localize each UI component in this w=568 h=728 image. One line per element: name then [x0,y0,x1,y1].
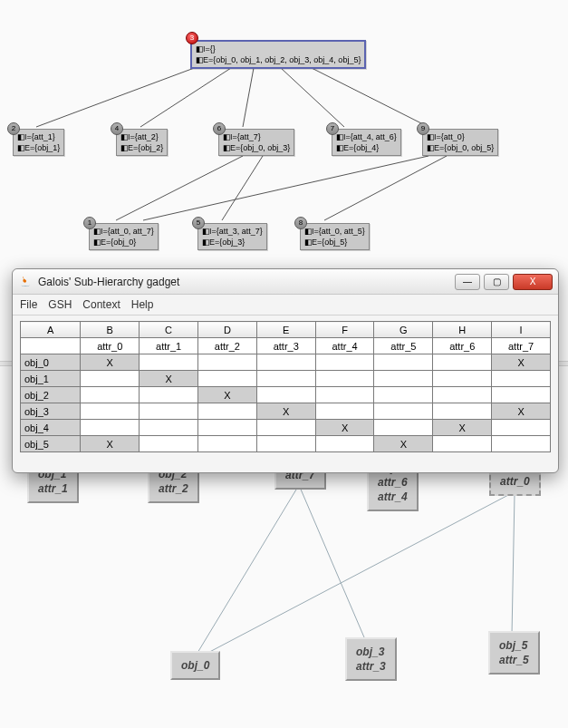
lattice-badge-8[interactable]: 8 [294,217,307,229]
row-object-label[interactable]: obj_0 [21,354,81,371]
table-cell[interactable] [315,436,374,452]
lattice-badge-2[interactable]: 2 [7,122,20,135]
row-object-label[interactable]: obj_5 [21,436,81,452]
table-cell[interactable]: X [256,403,315,420]
table-cell[interactable] [492,371,551,387]
attr-header[interactable]: attr_2 [198,338,257,354]
lattice-badge-7[interactable]: 7 [326,122,339,135]
table-cell[interactable] [198,436,257,452]
attr-header[interactable]: attr_1 [140,338,198,354]
row-object-label[interactable]: obj_3 [21,403,81,420]
table-cell[interactable] [256,354,315,371]
context-table[interactable]: ABCDEFGHI attr_0attr_1attr_2attr_3attr_4… [20,321,551,452]
table-cell[interactable] [433,387,492,403]
col-header[interactable]: B [81,322,140,338]
table-cell[interactable] [81,387,140,403]
table-cell[interactable] [374,354,433,371]
row-object-label[interactable]: obj_2 [21,387,81,403]
table-cell[interactable] [492,420,551,436]
maximize-button[interactable]: ▢ [484,274,509,290]
lattice-node-4[interactable]: ◧I={att_2} ◧E={obj_2} [116,129,168,156]
lattice-node-7[interactable]: ◧I={att_4, att_6} ◧E={obj_4} [332,129,401,156]
table-cell[interactable]: X [198,387,257,403]
table-cell[interactable] [140,420,198,436]
table-cell[interactable] [315,354,374,371]
titlebar[interactable]: Galois' Sub-Hierarchy gadget — ▢ X [13,269,558,295]
table-cell[interactable] [140,436,198,452]
table-cell[interactable] [433,371,492,387]
table-cell[interactable]: X [315,420,374,436]
table-cell[interactable] [492,436,551,452]
table-cell[interactable] [140,387,198,403]
col-header[interactable]: D [198,322,257,338]
table-cell[interactable] [81,403,140,420]
col-header[interactable]: C [140,322,198,338]
lattice-node-6[interactable]: ◧I={att_7} ◧E={obj_0, obj_3} [218,129,294,156]
lattice-node-1[interactable]: ◧I={att_0, att_7} ◧E={obj_0} [89,223,159,250]
table-cell[interactable] [256,436,315,452]
table-cell[interactable] [315,371,374,387]
table-cell[interactable] [433,436,492,452]
lattice-node-2[interactable]: ◧I={att_1} ◧E={obj_1} [13,129,64,156]
attr-header[interactable]: attr_4 [315,338,374,354]
table-cell[interactable] [374,371,433,387]
table-cell[interactable]: X [140,371,198,387]
table-cell[interactable]: X [433,420,492,436]
table-cell[interactable] [256,387,315,403]
close-button[interactable]: X [513,274,553,290]
table-cell[interactable] [198,371,257,387]
table-cell[interactable] [374,420,433,436]
table-cell[interactable]: X [492,354,551,371]
menu-gsh[interactable]: GSH [48,298,72,311]
menu-context[interactable]: Context [82,298,120,311]
table-cell[interactable] [81,420,140,436]
row-object-label[interactable]: obj_1 [21,371,81,387]
table-cell[interactable] [374,387,433,403]
menu-help[interactable]: Help [131,298,154,311]
menu-file[interactable]: File [20,298,37,311]
table-cell[interactable] [492,387,551,403]
col-header[interactable]: I [492,322,551,338]
attr-header[interactable]: attr_5 [374,338,433,354]
lattice-node-3[interactable]: ◧I={} ◧E={obj_0, obj_1, obj_2, obj_3, ob… [190,40,366,69]
col-header[interactable]: E [256,322,315,338]
table-cell[interactable]: X [374,436,433,452]
col-header[interactable]: A [21,322,81,338]
attr-header[interactable]: attr_7 [492,338,551,354]
graph-node-b_obj3[interactable]: obj_3attr_3 [345,637,397,681]
table-cell[interactable]: X [492,403,551,420]
lattice-node-9[interactable]: ◧I={att_0} ◧E={obj_0, obj_5} [422,129,498,156]
attr-header[interactable]: attr_0 [81,338,140,354]
graph-node-b_obj0[interactable]: obj_0 [170,651,220,680]
table-cell[interactable] [198,354,257,371]
row-object-label[interactable]: obj_4 [21,420,81,436]
attr-header[interactable]: attr_3 [256,338,315,354]
col-header[interactable]: H [433,322,492,338]
graph-node-b_obj5[interactable]: obj_5attr_5 [488,631,540,675]
attr-header[interactable]: attr_6 [433,338,492,354]
table-cell[interactable]: X [81,436,140,452]
lattice-badge-9[interactable]: 9 [417,122,429,135]
table-cell[interactable] [198,420,257,436]
lattice-badge-5[interactable]: 5 [192,217,205,229]
minimize-button[interactable]: — [455,274,480,290]
lattice-badge-4[interactable]: 4 [111,122,123,135]
table-cell[interactable] [315,403,374,420]
col-header[interactable]: F [315,322,374,338]
table-cell[interactable] [81,371,140,387]
lattice-badge-6[interactable]: 6 [213,122,226,135]
table-cell[interactable] [256,420,315,436]
table-cell[interactable] [140,403,198,420]
table-cell[interactable] [198,403,257,420]
table-cell[interactable] [140,354,198,371]
lattice-node-5[interactable]: ◧I={att_3, att_7} ◧E={obj_3} [197,223,267,250]
table-cell[interactable] [433,403,492,420]
table-cell[interactable] [374,403,433,420]
attr-header-blank[interactable] [21,338,81,354]
lattice-badge-3[interactable]: 3 [186,32,198,44]
col-header[interactable]: G [374,322,433,338]
lattice-badge-1[interactable]: 1 [83,217,96,229]
table-cell[interactable] [256,371,315,387]
table-cell[interactable]: X [81,354,140,371]
table-cell[interactable] [433,354,492,371]
